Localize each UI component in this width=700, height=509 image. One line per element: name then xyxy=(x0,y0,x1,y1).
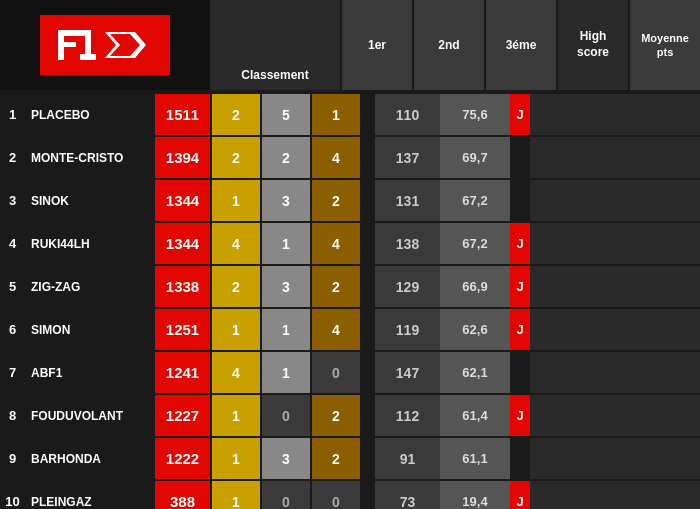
gold-cell: 2 xyxy=(210,94,260,135)
name-cell: SIMON xyxy=(25,309,155,350)
silver-cell: 5 xyxy=(260,94,310,135)
col-header-highscore: High score xyxy=(556,0,628,90)
moyenne-cell: 62,6 xyxy=(440,309,510,350)
gap-cell xyxy=(360,395,375,436)
col-header-3eme: 3éme xyxy=(484,0,556,90)
gold-cell: 1 xyxy=(210,438,260,479)
gold-cell: 2 xyxy=(210,266,260,307)
score-cell: 1511 xyxy=(155,94,210,135)
rank-cell: 10 xyxy=(0,481,25,509)
moyenne-cell: 66,9 xyxy=(440,266,510,307)
bronze-cell: 2 xyxy=(310,180,360,221)
rank-cell: 6 xyxy=(0,309,25,350)
high-score-cell: 147 xyxy=(375,352,440,393)
gap-cell xyxy=(360,94,375,135)
table-row: 6 SIMON 1251 1 1 4 119 62,6 J xyxy=(0,309,700,350)
svg-rect-5 xyxy=(80,30,86,36)
name-cell: ZIG-ZAG xyxy=(25,266,155,307)
rank-cell: 1 xyxy=(0,94,25,135)
table-row: 8 FOUDUVOLANT 1227 1 0 2 112 61,4 J xyxy=(0,395,700,436)
bronze-cell: 2 xyxy=(310,395,360,436)
score-cell: 388 xyxy=(155,481,210,509)
score-cell: 1222 xyxy=(155,438,210,479)
gap-cell xyxy=(360,438,375,479)
gap-cell xyxy=(360,223,375,264)
silver-cell: 0 xyxy=(260,395,310,436)
table-row: 3 SINOK 1344 1 3 2 131 67,2 xyxy=(0,180,700,221)
name-cell: PLACEBO xyxy=(25,94,155,135)
gold-cell: 1 xyxy=(210,180,260,221)
table-row: 4 RUKI44LH 1344 4 1 4 138 67,2 J xyxy=(0,223,700,264)
svg-rect-3 xyxy=(58,42,76,47)
bronze-cell: 2 xyxy=(310,438,360,479)
main-container: Classement 1er 2nd 3éme High score Moyen… xyxy=(0,0,700,509)
silver-cell: 3 xyxy=(260,266,310,307)
high-score-cell: 138 xyxy=(375,223,440,264)
silver-cell: 0 xyxy=(260,481,310,509)
moyenne-cell: 75,6 xyxy=(440,94,510,135)
high-score-cell: 91 xyxy=(375,438,440,479)
medal-cells: 1 3 2 xyxy=(210,438,360,479)
j-badge: J xyxy=(510,223,530,264)
gap-cell xyxy=(360,180,375,221)
rank-cell: 4 xyxy=(0,223,25,264)
col-headers: 1er 2nd 3éme High score Moyenne pts xyxy=(340,0,700,90)
medal-cells: 2 3 2 xyxy=(210,266,360,307)
silver-cell: 3 xyxy=(260,438,310,479)
name-cell: MONTE-CRISTO xyxy=(25,137,155,178)
silver-cell: 3 xyxy=(260,180,310,221)
score-cell: 1251 xyxy=(155,309,210,350)
moyenne-cell: 62,1 xyxy=(440,352,510,393)
gap-cell xyxy=(360,309,375,350)
col-header-1er: 1er xyxy=(340,0,412,90)
bronze-cell: 4 xyxy=(310,223,360,264)
moyenne-cell: 61,1 xyxy=(440,438,510,479)
table-row: 1 PLACEBO 1511 2 5 1 110 75,6 J xyxy=(0,94,700,135)
rank-cell: 2 xyxy=(0,137,25,178)
medal-cells: 1 3 2 xyxy=(210,180,360,221)
j-badge: J xyxy=(510,266,530,307)
gap-cell xyxy=(360,137,375,178)
score-cell: 1344 xyxy=(155,180,210,221)
score-cell: 1344 xyxy=(155,223,210,264)
rank-cell: 5 xyxy=(0,266,25,307)
name-cell: SINOK xyxy=(25,180,155,221)
name-cell: PLEINGAZ xyxy=(25,481,155,509)
col-header-2nd: 2nd xyxy=(412,0,484,90)
f1-logo xyxy=(40,15,170,75)
name-cell: FOUDUVOLANT xyxy=(25,395,155,436)
moyenne-cell: 67,2 xyxy=(440,180,510,221)
j-empty xyxy=(510,438,530,479)
j-empty xyxy=(510,180,530,221)
rank-cell: 7 xyxy=(0,352,25,393)
silver-cell: 1 xyxy=(260,223,310,264)
bronze-cell: 2 xyxy=(310,266,360,307)
silver-cell: 2 xyxy=(260,137,310,178)
high-score-cell: 110 xyxy=(375,94,440,135)
moyenne-cell: 69,7 xyxy=(440,137,510,178)
j-badge: J xyxy=(510,309,530,350)
score-cell: 1394 xyxy=(155,137,210,178)
j-badge: J xyxy=(510,481,530,509)
classement-cell: Classement xyxy=(210,0,340,90)
bronze-cell: 0 xyxy=(310,481,360,509)
gold-cell: 4 xyxy=(210,352,260,393)
bronze-cell: 0 xyxy=(310,352,360,393)
medal-cells: 2 5 1 xyxy=(210,94,360,135)
high-score-cell: 129 xyxy=(375,266,440,307)
score-cell: 1338 xyxy=(155,266,210,307)
score-cell: 1227 xyxy=(155,395,210,436)
gap-cell xyxy=(360,481,375,509)
data-rows: 1 PLACEBO 1511 2 5 1 110 75,6 J 2 MONTE-… xyxy=(0,94,700,509)
name-cell: ABF1 xyxy=(25,352,155,393)
header-row: Classement 1er 2nd 3éme High score Moyen… xyxy=(0,0,700,90)
rank-cell: 8 xyxy=(0,395,25,436)
gold-cell: 1 xyxy=(210,481,260,509)
silver-cell: 1 xyxy=(260,352,310,393)
gold-cell: 1 xyxy=(210,395,260,436)
score-cell: 1241 xyxy=(155,352,210,393)
high-score-cell: 131 xyxy=(375,180,440,221)
high-score-cell: 137 xyxy=(375,137,440,178)
bronze-cell: 1 xyxy=(310,94,360,135)
j-empty xyxy=(510,137,530,178)
